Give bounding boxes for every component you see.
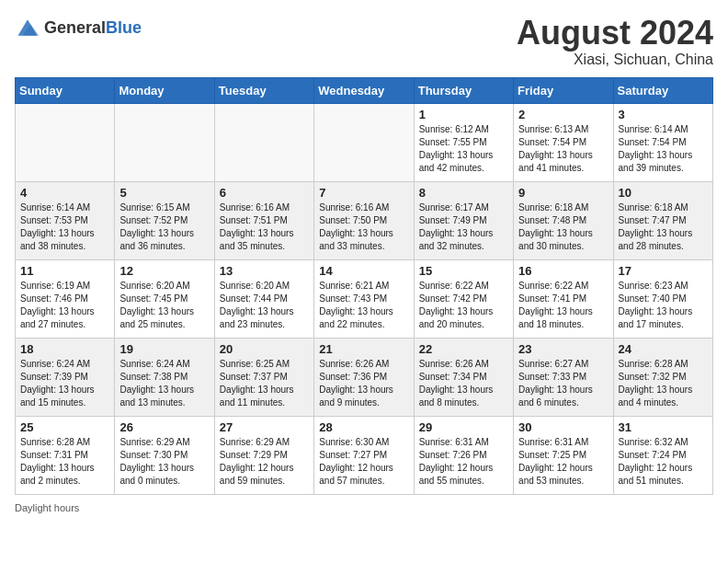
day-number: 30 xyxy=(518,420,608,434)
day-number: 28 xyxy=(319,420,408,434)
day-info: Sunrise: 6:17 AM Sunset: 7:49 PM Dayligh… xyxy=(419,201,508,253)
calendar-cell: 19Sunrise: 6:24 AM Sunset: 7:38 PM Dayli… xyxy=(115,338,214,416)
calendar-cell: 10Sunrise: 6:18 AM Sunset: 7:47 PM Dayli… xyxy=(613,181,712,259)
calendar-cell: 17Sunrise: 6:23 AM Sunset: 7:40 PM Dayli… xyxy=(613,259,712,338)
day-info: Sunrise: 6:29 AM Sunset: 7:30 PM Dayligh… xyxy=(119,436,209,488)
calendar-cell: 31Sunrise: 6:32 AM Sunset: 7:24 PM Dayli… xyxy=(613,416,712,494)
calendar-cell: 4Sunrise: 6:14 AM Sunset: 7:53 PM Daylig… xyxy=(16,181,115,259)
day-info: Sunrise: 6:16 AM Sunset: 7:50 PM Dayligh… xyxy=(319,201,408,253)
day-info: Sunrise: 6:26 AM Sunset: 7:34 PM Dayligh… xyxy=(419,358,508,409)
day-info: Sunrise: 6:14 AM Sunset: 7:53 PM Dayligh… xyxy=(20,201,109,253)
day-number: 25 xyxy=(20,420,109,434)
day-number: 21 xyxy=(319,342,408,356)
title-block: August 2024 Xiasi, Sichuan, China xyxy=(517,15,713,68)
day-info: Sunrise: 6:22 AM Sunset: 7:42 PM Dayligh… xyxy=(419,280,508,331)
day-number: 29 xyxy=(419,420,508,434)
day-info: Sunrise: 6:18 AM Sunset: 7:48 PM Dayligh… xyxy=(518,201,608,253)
calendar-cell: 2Sunrise: 6:13 AM Sunset: 7:54 PM Daylig… xyxy=(514,103,613,181)
calendar-header-monday: Monday xyxy=(115,77,214,103)
calendar-cell xyxy=(314,103,414,181)
day-info: Sunrise: 6:23 AM Sunset: 7:40 PM Dayligh… xyxy=(619,280,708,331)
day-number: 27 xyxy=(220,420,309,434)
calendar-week-row: 11Sunrise: 6:19 AM Sunset: 7:46 PM Dayli… xyxy=(16,259,713,338)
day-info: Sunrise: 6:32 AM Sunset: 7:24 PM Dayligh… xyxy=(619,436,708,488)
calendar-cell: 5Sunrise: 6:15 AM Sunset: 7:52 PM Daylig… xyxy=(115,181,214,259)
day-info: Sunrise: 6:27 AM Sunset: 7:33 PM Dayligh… xyxy=(518,358,608,409)
day-info: Sunrise: 6:28 AM Sunset: 7:31 PM Dayligh… xyxy=(20,436,109,488)
day-number: 14 xyxy=(319,264,408,278)
day-number: 4 xyxy=(20,186,109,200)
calendar-cell xyxy=(16,103,115,181)
day-info: Sunrise: 6:28 AM Sunset: 7:32 PM Dayligh… xyxy=(619,358,708,409)
day-info: Sunrise: 6:16 AM Sunset: 7:51 PM Dayligh… xyxy=(220,201,309,253)
subtitle: Xiasi, Sichuan, China xyxy=(517,52,713,68)
day-info: Sunrise: 6:24 AM Sunset: 7:39 PM Dayligh… xyxy=(20,358,109,409)
day-info: Sunrise: 6:20 AM Sunset: 7:44 PM Dayligh… xyxy=(220,280,309,331)
calendar-cell: 29Sunrise: 6:31 AM Sunset: 7:26 PM Dayli… xyxy=(414,416,513,494)
logo-blue: Blue xyxy=(106,18,142,37)
calendar-week-row: 4Sunrise: 6:14 AM Sunset: 7:53 PM Daylig… xyxy=(16,181,713,259)
calendar-cell: 30Sunrise: 6:31 AM Sunset: 7:25 PM Dayli… xyxy=(514,416,613,494)
calendar-cell: 11Sunrise: 6:19 AM Sunset: 7:46 PM Dayli… xyxy=(16,259,115,338)
calendar-cell: 23Sunrise: 6:27 AM Sunset: 7:33 PM Dayli… xyxy=(514,338,613,416)
calendar-cell xyxy=(214,103,313,181)
calendar-cell: 24Sunrise: 6:28 AM Sunset: 7:32 PM Dayli… xyxy=(613,338,712,416)
day-number: 5 xyxy=(119,186,209,200)
calendar-cell: 27Sunrise: 6:29 AM Sunset: 7:29 PM Dayli… xyxy=(214,416,313,494)
daylight-hours-label: Daylight hours xyxy=(15,502,79,513)
day-number: 8 xyxy=(419,186,508,200)
day-number: 20 xyxy=(220,342,309,356)
logo-icon xyxy=(15,15,40,40)
day-info: Sunrise: 6:12 AM Sunset: 7:55 PM Dayligh… xyxy=(419,123,508,175)
day-info: Sunrise: 6:15 AM Sunset: 7:52 PM Dayligh… xyxy=(119,201,209,253)
calendar-cell: 20Sunrise: 6:25 AM Sunset: 7:37 PM Dayli… xyxy=(214,338,313,416)
day-number: 19 xyxy=(119,342,209,356)
day-number: 16 xyxy=(518,264,608,278)
day-number: 18 xyxy=(20,342,109,356)
day-info: Sunrise: 6:22 AM Sunset: 7:41 PM Dayligh… xyxy=(518,280,608,331)
day-number: 7 xyxy=(319,186,408,200)
day-info: Sunrise: 6:18 AM Sunset: 7:47 PM Dayligh… xyxy=(619,201,708,253)
calendar-cell: 14Sunrise: 6:21 AM Sunset: 7:43 PM Dayli… xyxy=(314,259,414,338)
calendar-cell: 21Sunrise: 6:26 AM Sunset: 7:36 PM Dayli… xyxy=(314,338,414,416)
logo-text: GeneralBlue xyxy=(44,18,142,38)
calendar-cell: 28Sunrise: 6:30 AM Sunset: 7:27 PM Dayli… xyxy=(314,416,414,494)
day-number: 10 xyxy=(619,186,708,200)
day-number: 13 xyxy=(220,264,309,278)
day-info: Sunrise: 6:29 AM Sunset: 7:29 PM Dayligh… xyxy=(220,436,309,488)
day-info: Sunrise: 6:26 AM Sunset: 7:36 PM Dayligh… xyxy=(319,358,408,409)
calendar-cell: 12Sunrise: 6:20 AM Sunset: 7:45 PM Dayli… xyxy=(115,259,214,338)
calendar-week-row: 25Sunrise: 6:28 AM Sunset: 7:31 PM Dayli… xyxy=(16,416,713,494)
day-number: 26 xyxy=(119,420,209,434)
day-info: Sunrise: 6:31 AM Sunset: 7:26 PM Dayligh… xyxy=(419,436,508,488)
day-number: 2 xyxy=(518,108,608,121)
calendar-cell: 9Sunrise: 6:18 AM Sunset: 7:48 PM Daylig… xyxy=(514,181,613,259)
logo-general: General xyxy=(44,18,106,37)
day-info: Sunrise: 6:25 AM Sunset: 7:37 PM Dayligh… xyxy=(220,358,309,409)
day-number: 24 xyxy=(619,342,708,356)
calendar-cell: 26Sunrise: 6:29 AM Sunset: 7:30 PM Dayli… xyxy=(115,416,214,494)
calendar-cell: 8Sunrise: 6:17 AM Sunset: 7:49 PM Daylig… xyxy=(414,181,513,259)
day-info: Sunrise: 6:13 AM Sunset: 7:54 PM Dayligh… xyxy=(518,123,608,175)
calendar-header-saturday: Saturday xyxy=(613,77,712,103)
calendar-header-row: SundayMondayTuesdayWednesdayThursdayFrid… xyxy=(16,77,713,103)
day-info: Sunrise: 6:20 AM Sunset: 7:45 PM Dayligh… xyxy=(119,280,209,331)
day-number: 15 xyxy=(419,264,508,278)
calendar-header-friday: Friday xyxy=(514,77,613,103)
main-title: August 2024 xyxy=(517,15,713,52)
calendar-cell: 7Sunrise: 6:16 AM Sunset: 7:50 PM Daylig… xyxy=(314,181,414,259)
day-number: 12 xyxy=(119,264,209,278)
logo: GeneralBlue xyxy=(15,15,142,40)
calendar-header-wednesday: Wednesday xyxy=(314,77,414,103)
calendar-cell: 22Sunrise: 6:26 AM Sunset: 7:34 PM Dayli… xyxy=(414,338,513,416)
calendar-cell: 25Sunrise: 6:28 AM Sunset: 7:31 PM Dayli… xyxy=(16,416,115,494)
calendar-cell xyxy=(115,103,214,181)
calendar-week-row: 18Sunrise: 6:24 AM Sunset: 7:39 PM Dayli… xyxy=(16,338,713,416)
day-number: 23 xyxy=(518,342,608,356)
day-number: 6 xyxy=(220,186,309,200)
day-number: 17 xyxy=(619,264,708,278)
calendar-table: SundayMondayTuesdayWednesdayThursdayFrid… xyxy=(15,77,713,495)
calendar-header-thursday: Thursday xyxy=(414,77,513,103)
day-number: 22 xyxy=(419,342,508,356)
calendar-cell: 13Sunrise: 6:20 AM Sunset: 7:44 PM Dayli… xyxy=(214,259,313,338)
